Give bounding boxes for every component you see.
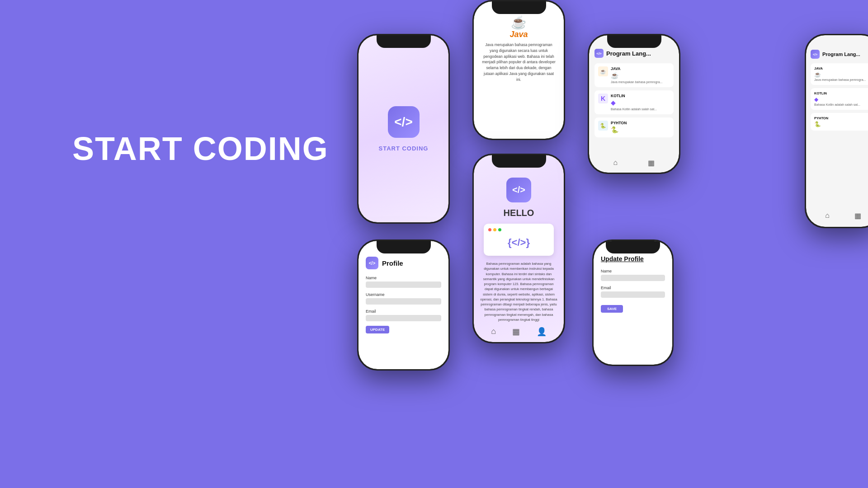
name-input[interactable] [366, 282, 441, 288]
java-lang-icon-img: ☕ [611, 72, 670, 79]
partial-title: Program Lang... [822, 52, 860, 57]
java-logo-text: Java [509, 30, 528, 39]
phone5-navbar: ⌂ ▦ [589, 159, 679, 167]
profile-title: Profile [382, 259, 403, 267]
java-logo: ☕ Java [509, 15, 528, 39]
update-name-input[interactable] [601, 275, 665, 281]
partial-lang-kotlin[interactable]: KOTLIN ◆ Bahasa Kotlin adalah salah sat.… [811, 88, 868, 110]
kotlin-icon: K [598, 94, 608, 103]
prog-header-icon: </> [594, 49, 604, 58]
prog-title: Program Lang... [606, 50, 651, 57]
phone4-navbar: ⌂ ▦ 👤 [474, 327, 564, 337]
hello-code-icon: </> [506, 178, 531, 202]
java-description: Java merupakan bahasa pemrograman yang d… [481, 42, 557, 82]
update-profile-title: Update Profile [601, 255, 665, 263]
hello-greeting: HELLO [504, 208, 534, 218]
partial-lang-java[interactable]: JAVA ☕ Java merupakan bahasa pemrogra... [811, 63, 868, 85]
profile-header-icon: </> [366, 257, 378, 269]
phone-hello: </> HELLO {</>} Bahasa pemrograman adala… [472, 154, 565, 343]
dot-green [498, 228, 501, 231]
python-name: PYHTON [611, 121, 670, 125]
partial-header-icon: </> [811, 50, 820, 59]
kotlin-lang-desc: Bahasa Kotlin adalah salah sat... [611, 107, 670, 111]
dot-yellow [493, 228, 496, 231]
lang-item-kotlin[interactable]: K KOTLIN ◆ Bahasa Kotlin adalah salah sa… [594, 90, 674, 114]
list-icon-p5[interactable]: ▦ [648, 159, 655, 167]
kotlin-lang-icon-img: ◆ [611, 99, 670, 106]
update-button[interactable]: UPDATE [366, 326, 389, 333]
phone-update-profile: Update Profile Name Email SAVE [592, 239, 674, 366]
dot-red [488, 228, 491, 231]
username-input[interactable] [366, 298, 441, 305]
username-label: Username [366, 292, 441, 297]
phone-splash: </> START CODING [357, 34, 450, 224]
lang-item-python[interactable]: 🐍 PYHTON 🐍 [594, 117, 674, 137]
save-button[interactable]: SAVE [601, 305, 623, 313]
list-icon[interactable]: ▦ [512, 327, 520, 337]
profile-icon[interactable]: 👤 [537, 327, 547, 337]
python-icon: 🐍 [598, 121, 608, 131]
update-email-label: Email [601, 286, 665, 290]
phone-language-list: </> Program Lang... ☕ JAVA ☕ Java merupa… [588, 34, 680, 174]
python-lang-icon-img: 🐍 [611, 126, 670, 133]
code-editor: {</>} [484, 224, 554, 256]
java-name: JAVA [611, 66, 670, 71]
phone-partial-right: </> Program Lang... JAVA ☕ Java merupaka… [805, 34, 868, 228]
partial-list-icon[interactable]: ▦ [854, 211, 861, 220]
lang-item-java[interactable]: ☕ JAVA ☕ Java merupakan bahasa pemrogra.… [594, 63, 674, 87]
splash-code-icon: </> [388, 106, 420, 138]
partial-lang-python[interactable]: PYHTON 🐍 [811, 113, 868, 131]
name-label: Name [366, 276, 441, 280]
phone-java-detail: ☕ Java Java merupakan bahasa pemrograman… [472, 0, 565, 140]
home-icon[interactable]: ⌂ [491, 327, 496, 337]
main-title: START CODING [72, 131, 329, 167]
kotlin-name: KOTLIN [611, 94, 670, 98]
update-email-input[interactable] [601, 291, 665, 298]
splash-label: START CODING [379, 145, 429, 152]
email-input[interactable] [366, 315, 441, 321]
home-icon-p5[interactable]: ⌂ [613, 159, 618, 167]
partial-home-icon[interactable]: ⌂ [825, 211, 830, 220]
java-icon: ☕ [598, 66, 608, 76]
java-lang-desc: Java merupakan bahasa pemrogra... [611, 80, 670, 84]
phone-profile: </> Profile Name Username Email UPDATE [357, 239, 450, 371]
update-name-label: Name [601, 269, 665, 273]
hello-description: Bahasa pemrograman adalah bahasa yang di… [474, 261, 564, 322]
email-label: Email [366, 309, 441, 314]
editor-code-symbol: {</>} [488, 234, 549, 251]
java-cup-icon: ☕ [511, 15, 527, 30]
